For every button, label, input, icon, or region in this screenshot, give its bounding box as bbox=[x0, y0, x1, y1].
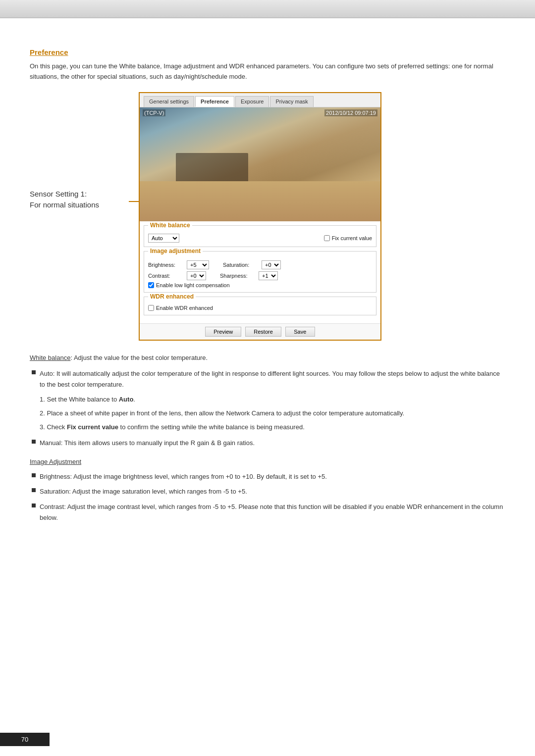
white-balance-select[interactable]: Auto Manual bbox=[148, 234, 179, 243]
sensor-line2: For normal situations bbox=[30, 201, 99, 209]
saturation-desc: Saturation: Adjust the image saturation … bbox=[40, 486, 247, 497]
top-bar bbox=[0, 0, 535, 18]
section-title: Preference bbox=[30, 48, 505, 56]
tab-bar: General settings Preference Exposure Pri… bbox=[140, 93, 380, 107]
contrast-row: Contrast: +0 +5 -5 Sharpness: +1 +0 +5 bbox=[148, 271, 372, 280]
bullet-saturation: Saturation: Adjust the image saturation … bbox=[30, 486, 505, 497]
sharpness-label: Sharpness: bbox=[220, 273, 255, 279]
step2-text: Place a sheet of white paper in front of… bbox=[47, 409, 404, 417]
white-balance-section: White balance Auto Manual Fix current va… bbox=[144, 225, 376, 247]
step1: 1. Set the White balance to Auto. bbox=[30, 394, 505, 405]
tab-privacy-mask[interactable]: Privacy mask bbox=[270, 96, 313, 107]
bullet-contrast: Contrast: Adjust the image contrast leve… bbox=[30, 502, 505, 523]
brightness-label: Brightness: bbox=[148, 262, 183, 268]
image-adjustment-title: Image adjustment bbox=[148, 248, 203, 254]
enable-wdr-label: Enable WDR enhanced bbox=[156, 305, 213, 311]
bullet-auto: Auto: It will automatically adjust the c… bbox=[30, 368, 505, 390]
restore-button[interactable]: Restore bbox=[245, 327, 281, 337]
brightness-row: Brightness: +5 +0 +10 Saturation: +0 +5 … bbox=[148, 260, 372, 269]
sharpness-select[interactable]: +1 +0 +5 bbox=[259, 271, 278, 280]
save-button[interactable]: Save bbox=[285, 327, 315, 337]
enable-low-light-label: Enable low light compensation bbox=[156, 282, 230, 288]
intro-text: On this page, you can tune the White bal… bbox=[30, 61, 505, 82]
page-footer: 70 bbox=[0, 733, 50, 746]
bullet-square-2 bbox=[32, 440, 36, 444]
bullet-brightness: Brightness: Adjust the image brightness … bbox=[30, 471, 505, 482]
camera-panel: General settings Preference Exposure Pri… bbox=[139, 92, 381, 341]
bullet-auto-text: Auto: It will automatically adjust the c… bbox=[40, 368, 505, 390]
brightness-select[interactable]: +5 +0 +10 bbox=[187, 260, 209, 269]
bullet-square-5 bbox=[32, 504, 36, 507]
enable-wdr-checkbox[interactable] bbox=[148, 305, 154, 311]
image-adjustment-grid: Brightness: +5 +0 +10 Saturation: +0 +5 … bbox=[148, 260, 372, 288]
page-number: 70 bbox=[21, 736, 28, 743]
brightness-desc: Brightness: Adjust the image brightness … bbox=[40, 471, 327, 482]
sensor-line1: Sensor Setting 1: bbox=[30, 190, 87, 198]
contrast-desc: Contrast: Adjust the image contrast leve… bbox=[40, 502, 505, 523]
wdr-section: WDR enhanced Enable WDR enhanced bbox=[144, 297, 376, 315]
step3: 3. Check Fix current value to confirm th… bbox=[30, 422, 505, 433]
step2: 2. Place a sheet of white paper in front… bbox=[30, 408, 505, 419]
page-content: Preference On this page, you can tune th… bbox=[0, 33, 535, 557]
desc-section: White balance: Adjust the value for the … bbox=[30, 353, 505, 523]
divider bbox=[0, 18, 535, 18]
tab-preference[interactable]: Preference bbox=[195, 96, 234, 107]
camera-ui-container: Sensor Setting 1: For normal situations … bbox=[30, 92, 505, 341]
saturation-select[interactable]: +0 +5 -5 bbox=[262, 260, 281, 269]
bullet-square-4 bbox=[32, 488, 36, 492]
button-row: Preview Restore Save bbox=[140, 323, 380, 340]
tab-exposure[interactable]: Exposure bbox=[235, 96, 269, 107]
fix-current-value-checkbox[interactable] bbox=[324, 235, 330, 241]
fix-current-value-row: Fix current value bbox=[324, 235, 372, 241]
white-balance-heading: White balance bbox=[30, 354, 70, 361]
white-balance-desc: : Adjust the value for the best color te… bbox=[70, 354, 208, 361]
saturation-label: Saturation: bbox=[223, 262, 258, 268]
white-balance-title: White balance bbox=[148, 222, 192, 229]
contrast-label: Contrast: bbox=[148, 273, 183, 279]
camera-image-area: (TCP-V) 2012/10/12 09:07:19 bbox=[140, 107, 380, 221]
sensor-setting-label: Sensor Setting 1: For normal situations bbox=[30, 92, 139, 341]
bullet-manual-text: Manual: This item allows users to manual… bbox=[40, 438, 255, 449]
contrast-select[interactable]: +0 +5 -5 bbox=[187, 271, 206, 280]
tab-general-settings[interactable]: General settings bbox=[144, 96, 194, 107]
camera-room-image bbox=[140, 107, 380, 221]
bullet-manual: Manual: This item allows users to manual… bbox=[30, 438, 505, 449]
step1-bold: Auto bbox=[119, 396, 134, 403]
wdr-title: WDR enhanced bbox=[148, 293, 196, 300]
step3-bold: Fix current value bbox=[67, 423, 118, 431]
enable-low-light-checkbox[interactable] bbox=[148, 282, 154, 288]
camera-timestamp: 2012/10/12 09:07:19 bbox=[324, 109, 377, 116]
image-adjustment-heading: Image Adjustment bbox=[30, 456, 505, 467]
white-balance-desc-heading: White balance: Adjust the value for the … bbox=[30, 353, 505, 363]
fix-current-value-label: Fix current value bbox=[332, 235, 372, 241]
preview-button[interactable]: Preview bbox=[205, 327, 241, 337]
floor bbox=[140, 181, 380, 221]
enable-wdr-row: Enable WDR enhanced bbox=[148, 305, 372, 311]
bullet-square-1 bbox=[32, 370, 36, 374]
connector-line bbox=[129, 201, 140, 202]
camera-label: (TCP-V) bbox=[143, 109, 165, 116]
white-balance-row: Auto Manual Fix current value bbox=[148, 234, 372, 243]
enable-low-light-row: Enable low light compensation bbox=[148, 282, 372, 288]
settings-area: White balance Auto Manual Fix current va… bbox=[140, 221, 380, 323]
image-adjustment-section: Image adjustment Brightness: +5 +0 +10 S… bbox=[144, 251, 376, 293]
bullet-square-3 bbox=[32, 473, 36, 477]
